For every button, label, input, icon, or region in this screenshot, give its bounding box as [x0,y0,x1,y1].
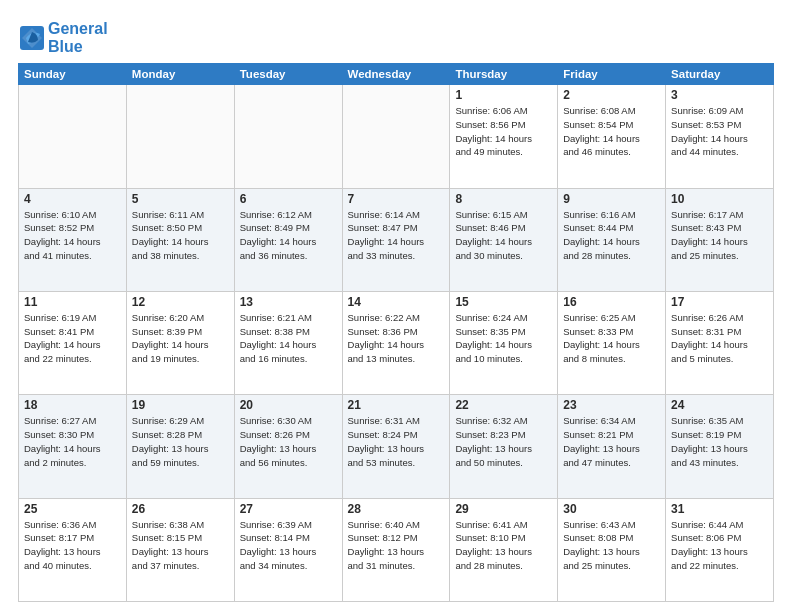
day-number: 6 [240,192,337,206]
day-number: 24 [671,398,768,412]
day-number: 2 [563,88,660,102]
day-number: 23 [563,398,660,412]
calendar-cell: 19Sunrise: 6:29 AM Sunset: 8:28 PM Dayli… [126,395,234,498]
calendar-cell: 31Sunrise: 6:44 AM Sunset: 8:06 PM Dayli… [666,498,774,601]
day-number: 5 [132,192,229,206]
calendar-cell: 10Sunrise: 6:17 AM Sunset: 8:43 PM Dayli… [666,188,774,291]
day-info: Sunrise: 6:43 AM Sunset: 8:08 PM Dayligh… [563,518,660,573]
calendar-cell: 30Sunrise: 6:43 AM Sunset: 8:08 PM Dayli… [558,498,666,601]
calendar-cell [126,85,234,188]
day-info: Sunrise: 6:41 AM Sunset: 8:10 PM Dayligh… [455,518,552,573]
calendar-cell: 15Sunrise: 6:24 AM Sunset: 8:35 PM Dayli… [450,291,558,394]
day-number: 16 [563,295,660,309]
day-info: Sunrise: 6:10 AM Sunset: 8:52 PM Dayligh… [24,208,121,263]
day-info: Sunrise: 6:20 AM Sunset: 8:39 PM Dayligh… [132,311,229,366]
day-number: 28 [348,502,445,516]
weekday-header: Wednesday [342,64,450,85]
day-number: 13 [240,295,337,309]
calendar-cell: 2Sunrise: 6:08 AM Sunset: 8:54 PM Daylig… [558,85,666,188]
weekday-header: Sunday [19,64,127,85]
day-number: 15 [455,295,552,309]
day-info: Sunrise: 6:22 AM Sunset: 8:36 PM Dayligh… [348,311,445,366]
day-info: Sunrise: 6:31 AM Sunset: 8:24 PM Dayligh… [348,414,445,469]
day-info: Sunrise: 6:16 AM Sunset: 8:44 PM Dayligh… [563,208,660,263]
calendar-cell [234,85,342,188]
day-info: Sunrise: 6:27 AM Sunset: 8:30 PM Dayligh… [24,414,121,469]
calendar-cell: 25Sunrise: 6:36 AM Sunset: 8:17 PM Dayli… [19,498,127,601]
day-number: 12 [132,295,229,309]
calendar-cell: 28Sunrise: 6:40 AM Sunset: 8:12 PM Dayli… [342,498,450,601]
calendar-cell [342,85,450,188]
day-info: Sunrise: 6:25 AM Sunset: 8:33 PM Dayligh… [563,311,660,366]
calendar-week-row: 4Sunrise: 6:10 AM Sunset: 8:52 PM Daylig… [19,188,774,291]
day-number: 1 [455,88,552,102]
day-number: 31 [671,502,768,516]
day-info: Sunrise: 6:36 AM Sunset: 8:17 PM Dayligh… [24,518,121,573]
calendar-cell: 6Sunrise: 6:12 AM Sunset: 8:49 PM Daylig… [234,188,342,291]
day-number: 21 [348,398,445,412]
header: General Blue [18,16,774,55]
day-info: Sunrise: 6:14 AM Sunset: 8:47 PM Dayligh… [348,208,445,263]
day-info: Sunrise: 6:09 AM Sunset: 8:53 PM Dayligh… [671,104,768,159]
day-info: Sunrise: 6:17 AM Sunset: 8:43 PM Dayligh… [671,208,768,263]
page: General Blue SundayMondayTuesdayWednesda… [0,0,792,612]
day-info: Sunrise: 6:08 AM Sunset: 8:54 PM Dayligh… [563,104,660,159]
calendar-cell: 22Sunrise: 6:32 AM Sunset: 8:23 PM Dayli… [450,395,558,498]
calendar-week-row: 18Sunrise: 6:27 AM Sunset: 8:30 PM Dayli… [19,395,774,498]
day-number: 19 [132,398,229,412]
calendar-cell: 7Sunrise: 6:14 AM Sunset: 8:47 PM Daylig… [342,188,450,291]
day-number: 8 [455,192,552,206]
day-number: 30 [563,502,660,516]
calendar-cell: 4Sunrise: 6:10 AM Sunset: 8:52 PM Daylig… [19,188,127,291]
calendar-cell: 26Sunrise: 6:38 AM Sunset: 8:15 PM Dayli… [126,498,234,601]
day-info: Sunrise: 6:29 AM Sunset: 8:28 PM Dayligh… [132,414,229,469]
day-info: Sunrise: 6:12 AM Sunset: 8:49 PM Dayligh… [240,208,337,263]
logo-text: General Blue [48,20,108,55]
calendar-cell: 11Sunrise: 6:19 AM Sunset: 8:41 PM Dayli… [19,291,127,394]
calendar-cell: 8Sunrise: 6:15 AM Sunset: 8:46 PM Daylig… [450,188,558,291]
day-info: Sunrise: 6:32 AM Sunset: 8:23 PM Dayligh… [455,414,552,469]
calendar-week-row: 1Sunrise: 6:06 AM Sunset: 8:56 PM Daylig… [19,85,774,188]
calendar-cell: 17Sunrise: 6:26 AM Sunset: 8:31 PM Dayli… [666,291,774,394]
day-info: Sunrise: 6:38 AM Sunset: 8:15 PM Dayligh… [132,518,229,573]
logo-icon [18,24,46,52]
calendar-cell: 20Sunrise: 6:30 AM Sunset: 8:26 PM Dayli… [234,395,342,498]
weekday-header: Friday [558,64,666,85]
calendar-cell: 24Sunrise: 6:35 AM Sunset: 8:19 PM Dayli… [666,395,774,498]
day-info: Sunrise: 6:40 AM Sunset: 8:12 PM Dayligh… [348,518,445,573]
calendar-cell: 21Sunrise: 6:31 AM Sunset: 8:24 PM Dayli… [342,395,450,498]
calendar-cell: 12Sunrise: 6:20 AM Sunset: 8:39 PM Dayli… [126,291,234,394]
day-number: 20 [240,398,337,412]
day-number: 10 [671,192,768,206]
day-info: Sunrise: 6:15 AM Sunset: 8:46 PM Dayligh… [455,208,552,263]
calendar-cell: 27Sunrise: 6:39 AM Sunset: 8:14 PM Dayli… [234,498,342,601]
calendar-cell: 23Sunrise: 6:34 AM Sunset: 8:21 PM Dayli… [558,395,666,498]
day-info: Sunrise: 6:19 AM Sunset: 8:41 PM Dayligh… [24,311,121,366]
day-info: Sunrise: 6:39 AM Sunset: 8:14 PM Dayligh… [240,518,337,573]
day-number: 9 [563,192,660,206]
calendar-week-row: 25Sunrise: 6:36 AM Sunset: 8:17 PM Dayli… [19,498,774,601]
calendar-cell: 18Sunrise: 6:27 AM Sunset: 8:30 PM Dayli… [19,395,127,498]
day-number: 17 [671,295,768,309]
day-number: 7 [348,192,445,206]
calendar-cell [19,85,127,188]
day-number: 11 [24,295,121,309]
day-number: 27 [240,502,337,516]
calendar-cell: 9Sunrise: 6:16 AM Sunset: 8:44 PM Daylig… [558,188,666,291]
calendar-week-row: 11Sunrise: 6:19 AM Sunset: 8:41 PM Dayli… [19,291,774,394]
calendar-cell: 1Sunrise: 6:06 AM Sunset: 8:56 PM Daylig… [450,85,558,188]
calendar-cell: 5Sunrise: 6:11 AM Sunset: 8:50 PM Daylig… [126,188,234,291]
day-info: Sunrise: 6:11 AM Sunset: 8:50 PM Dayligh… [132,208,229,263]
day-number: 22 [455,398,552,412]
logo: General Blue [18,20,108,55]
calendar-header-row: SundayMondayTuesdayWednesdayThursdayFrid… [19,64,774,85]
day-info: Sunrise: 6:30 AM Sunset: 8:26 PM Dayligh… [240,414,337,469]
weekday-header: Tuesday [234,64,342,85]
day-info: Sunrise: 6:24 AM Sunset: 8:35 PM Dayligh… [455,311,552,366]
calendar-cell: 16Sunrise: 6:25 AM Sunset: 8:33 PM Dayli… [558,291,666,394]
day-info: Sunrise: 6:06 AM Sunset: 8:56 PM Dayligh… [455,104,552,159]
weekday-header: Saturday [666,64,774,85]
day-number: 25 [24,502,121,516]
day-number: 4 [24,192,121,206]
calendar-cell: 14Sunrise: 6:22 AM Sunset: 8:36 PM Dayli… [342,291,450,394]
